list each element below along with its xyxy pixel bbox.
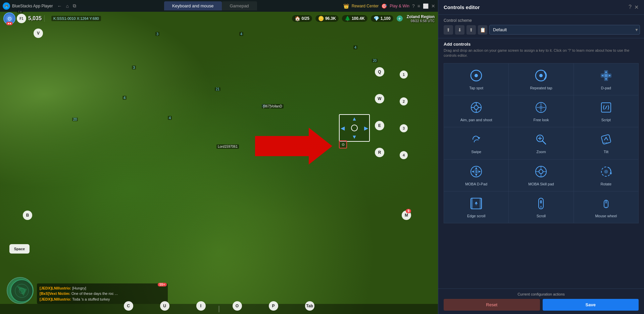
svg-point-39 — [539, 170, 543, 174]
control-tap-spot[interactable]: Tap spot — [444, 63, 508, 95]
red-arrow — [255, 124, 332, 169]
panel-footer: Current configuration actions Reset Save — [438, 288, 644, 314]
arrow-right[interactable]: ▶ — [364, 125, 368, 131]
num-20-right: 20 — [372, 59, 378, 62]
game-area: 🎮 BlueStacks App Player ← ⌂ ⧉ Keyboard a… — [0, 0, 438, 314]
zoom-icon — [534, 132, 548, 147]
rotate-label: Rotate — [601, 182, 611, 186]
reset-button[interactable]: Reset — [444, 299, 540, 311]
control-edge-scroll[interactable]: Edge scroll — [444, 191, 508, 223]
key-c-indicator[interactable]: C — [124, 301, 133, 311]
wood-resource: 🌲 100.4K — [342, 15, 367, 22]
control-moba-skill[interactable]: MOBA Skill pad — [509, 160, 573, 191]
wood-icon: 🌲 — [345, 16, 350, 21]
control-repeated-tap[interactable]: Repeated tap — [509, 63, 573, 95]
gems-icon: 💎 — [374, 16, 379, 21]
player1-name: [067]VollanD — [262, 104, 284, 108]
add-resource-button[interactable]: + — [397, 15, 403, 21]
tab-keyboard-mouse[interactable]: Keyboard and mouse — [164, 1, 222, 10]
key-p-indicator[interactable]: P — [269, 301, 278, 311]
arrow-left[interactable]: ◀ — [341, 125, 345, 131]
repeated-tap-icon — [534, 68, 548, 83]
moba-dpad-icon: 5 — [469, 164, 484, 179]
play-win-button[interactable]: Play & Win — [390, 4, 409, 8]
game-hud: ⊙ ●● F1 F1 5,035 K:SSS1-0010 X:1264 Y:68… — [0, 12, 438, 25]
wood-amount: 100.4K — [352, 16, 365, 21]
key-tab-indicator[interactable]: Tab — [305, 301, 314, 311]
control-tilt[interactable]: Tilt — [574, 127, 638, 159]
control-zoom[interactable]: Zoom — [509, 127, 573, 159]
key-q-indicator[interactable]: Q — [375, 67, 384, 77]
gold-resource: 🪙 96.3K — [315, 15, 339, 22]
scheme-copy-btn[interactable]: 📋 — [478, 25, 487, 35]
control-rotate[interactable]: Rotate — [574, 160, 638, 191]
help-button[interactable]: ? — [412, 3, 415, 9]
tabs-button[interactable]: ⧉ — [71, 2, 78, 9]
arrow-down[interactable]: ▼ — [352, 134, 357, 140]
key-b-indicator[interactable]: B — [23, 211, 32, 220]
key-space-indicator[interactable]: Space — [9, 244, 30, 254]
control-script[interactable]: Script — [574, 95, 638, 127]
reward-center-button[interactable]: Reward Center — [352, 4, 379, 8]
map-num-4b: 4 — [353, 45, 357, 49]
panel-help-icon[interactable]: ? — [629, 4, 632, 10]
building-icon: 🏠 — [295, 16, 300, 21]
key-r-indicator[interactable]: R — [375, 148, 384, 157]
control-scroll[interactable]: Scroll — [509, 191, 573, 223]
key-v-indicator[interactable]: V — [34, 29, 43, 38]
svg-marker-37 — [479, 171, 481, 173]
save-button[interactable]: Save — [543, 299, 639, 311]
footer-buttons: Reset Save — [444, 299, 639, 311]
panel-title: Controls editor — [444, 4, 480, 10]
key-w-indicator[interactable]: W — [375, 94, 384, 103]
key-i-indicator[interactable]: I — [196, 301, 206, 311]
home-button[interactable]: ⌂ — [64, 2, 70, 9]
svg-marker-0 — [255, 128, 332, 165]
tab-gamepad[interactable]: Gamepad — [222, 1, 257, 10]
svg-marker-47 — [475, 204, 478, 206]
region-name: Zoland Region — [407, 14, 435, 19]
tap-spot-icon — [469, 68, 484, 83]
back-button[interactable]: ← — [55, 2, 63, 9]
map-num-4: 4 — [239, 32, 243, 36]
panel-close-icon[interactable]: ✕ — [634, 4, 639, 10]
zoom-label: Zoom — [536, 149, 546, 154]
key-f1[interactable]: F1 — [17, 14, 26, 23]
scheme-upload-btn[interactable]: ⬆ — [444, 25, 453, 35]
scheme-export-btn[interactable]: ⬆ — [466, 25, 476, 35]
arrow-up[interactable]: ▲ — [352, 116, 357, 122]
moba-dpad-label: MOBA D-Pad — [465, 182, 487, 186]
arrow-control-box[interactable]: ▲ ▼ ◀ ▶ — [339, 114, 370, 142]
add-controls-desc: Drag and drop an action on your game scr… — [444, 48, 639, 58]
terrain-background — [0, 0, 438, 314]
map-num-4d: 4 — [168, 116, 172, 120]
svg-marker-36 — [472, 171, 474, 173]
dpad-label: D-pad — [601, 86, 611, 90]
mini-map-icon — [10, 279, 34, 304]
key-e-indicator[interactable]: E — [375, 121, 384, 130]
region-info: Zoland Region 08/22 6:58 UTC — [407, 14, 435, 23]
key-u-indicator[interactable]: U — [160, 301, 169, 311]
footer-label: Current configuration actions — [444, 292, 639, 296]
key-o-indicator[interactable]: O — [233, 301, 242, 311]
control-free-look[interactable]: Free look — [509, 95, 573, 127]
control-aim-pan-shoot[interactable]: Aim, pan and shoot — [444, 95, 508, 127]
gold-icon: 🪙 — [318, 16, 324, 21]
controls-grid: Tap spot Repeated tap — [444, 63, 639, 223]
panel-header-icons: ? ✕ — [629, 4, 639, 10]
scroll-label: Scroll — [537, 214, 546, 218]
close-window-button[interactable]: ✕ — [431, 3, 435, 9]
control-dpad[interactable]: D-pad — [574, 63, 638, 95]
scheme-dropdown[interactable]: Default — [489, 25, 640, 35]
small-ctrl-box[interactable]: ⊙ — [339, 140, 347, 148]
panel-header: Controls editor ? ✕ — [438, 0, 644, 15]
menu-button[interactable]: ≡ — [417, 3, 420, 9]
tilt-icon — [599, 132, 613, 147]
scheme-download-btn[interactable]: ⬇ — [455, 25, 464, 35]
control-moba-dpad[interactable]: 5 MOBA D-Pad — [444, 160, 508, 191]
maximize-button[interactable]: ⬜ — [423, 3, 429, 9]
svg-text:5: 5 — [476, 170, 478, 174]
control-swipe[interactable]: Swipe — [444, 127, 508, 159]
gems-resource: 💎 1,100 — [371, 15, 393, 22]
control-mouse-wheel[interactable]: Mouse wheel — [574, 191, 638, 223]
